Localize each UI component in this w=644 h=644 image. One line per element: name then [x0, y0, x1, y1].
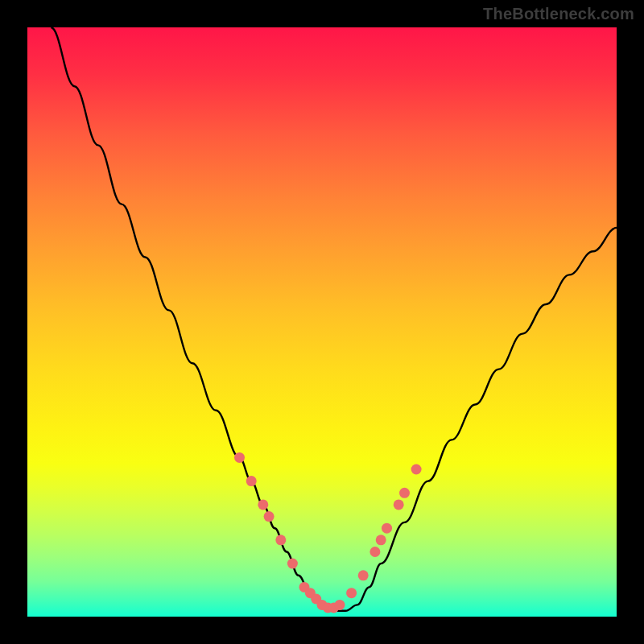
- curve-marker: [369, 547, 380, 557]
- curve-marker: [399, 488, 410, 498]
- curve-marker: [234, 452, 245, 463]
- curve-marker: [411, 464, 422, 475]
- curve-marker: [335, 600, 345, 610]
- curve-layer: [51, 27, 617, 611]
- curve-marker: [382, 523, 392, 534]
- curve-marker: [275, 535, 286, 545]
- bottleneck-curve-svg: [27, 27, 617, 617]
- curve-marker: [346, 588, 357, 598]
- curve-marker: [376, 535, 386, 545]
- bottleneck-curve: [51, 27, 617, 611]
- curve-marker: [394, 499, 404, 510]
- curve-marker: [358, 570, 369, 580]
- marker-layer: [234, 452, 422, 613]
- branding-watermark: TheBottleneck.com: [483, 5, 634, 23]
- chart-frame: TheBottleneck.com: [0, 0, 644, 644]
- curve-marker: [246, 476, 257, 486]
- curve-marker: [287, 559, 298, 569]
- curve-marker: [258, 499, 268, 510]
- curve-marker: [264, 511, 275, 522]
- plot-area: [27, 27, 617, 617]
